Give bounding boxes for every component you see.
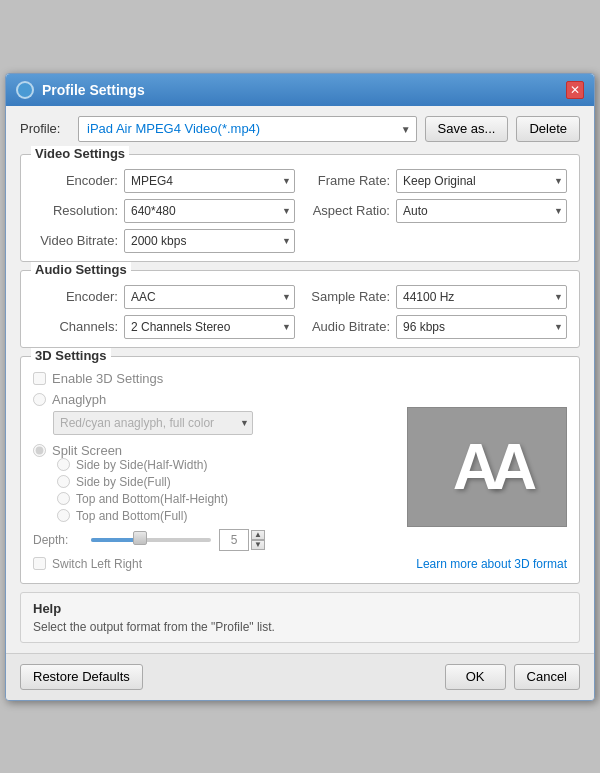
side-by-side-full-label[interactable]: Side by Side(Full) — [76, 475, 171, 489]
video-bitrate-select[interactable]: 2000 kbps — [124, 229, 295, 253]
sample-rate-label: Sample Rate: — [305, 289, 390, 304]
video-settings-grid: Encoder: MPEG4 ▼ Frame Rate: Keep Origin… — [33, 169, 567, 253]
footer: Restore Defaults OK Cancel — [6, 653, 594, 700]
encoder-select[interactable]: MPEG4 — [124, 169, 295, 193]
split-screen-radio[interactable] — [33, 444, 46, 457]
aspect-ratio-select-wrap: Auto ▼ — [396, 199, 567, 223]
side-by-side-full-radio[interactable] — [57, 475, 70, 488]
depth-spinner: ▲ ▼ — [251, 530, 265, 550]
video-bitrate-row: Video Bitrate: 2000 kbps ▼ — [33, 229, 295, 253]
3d-preview: AA — [407, 407, 567, 527]
audio-encoder-label: Encoder: — [33, 289, 118, 304]
resolution-row: Resolution: 640*480 ▼ — [33, 199, 295, 223]
title-bar: Profile Settings ✕ — [6, 74, 594, 106]
main-content: Profile: iPad Air MPEG4 Video(*.mp4) ▼ S… — [6, 106, 594, 653]
3d-preview-text: AA — [445, 430, 529, 504]
audio-settings-grid: Encoder: AAC ▼ Sample Rate: 44100 Hz — [33, 285, 567, 339]
channels-label: Channels: — [33, 319, 118, 334]
top-bottom-full-radio[interactable] — [57, 509, 70, 522]
enable-3d-label[interactable]: Enable 3D Settings — [52, 371, 163, 386]
help-title: Help — [33, 601, 567, 616]
encoder-row: Encoder: MPEG4 ▼ — [33, 169, 295, 193]
restore-defaults-button[interactable]: Restore Defaults — [20, 664, 143, 690]
split-screen-label[interactable]: Split Screen — [52, 443, 122, 458]
frame-rate-select-wrap: Keep Original ▼ — [396, 169, 567, 193]
top-bottom-half-label[interactable]: Top and Bottom(Half-Height) — [76, 492, 228, 506]
top-bottom-full-label[interactable]: Top and Bottom(Full) — [76, 509, 187, 523]
save-as-button[interactable]: Save as... — [425, 116, 509, 142]
video-bitrate-label: Video Bitrate: — [33, 233, 118, 248]
enable-3d-row: Enable 3D Settings — [33, 371, 567, 386]
video-bitrate-select-wrap: 2000 kbps ▼ — [124, 229, 295, 253]
delete-button[interactable]: Delete — [516, 116, 580, 142]
ok-button[interactable]: OK — [445, 664, 506, 690]
anaglyph-radio[interactable] — [33, 393, 46, 406]
audio-encoder-row: Encoder: AAC ▼ — [33, 285, 295, 309]
slider-fill — [91, 538, 139, 542]
switch-lr-checkbox[interactable] — [33, 557, 46, 570]
side-by-side-half-radio[interactable] — [57, 458, 70, 471]
audio-encoder-select[interactable]: AAC — [124, 285, 295, 309]
aspect-ratio-select[interactable]: Auto — [396, 199, 567, 223]
video-settings-section: Video Settings Encoder: MPEG4 ▼ Frame Ra… — [20, 154, 580, 262]
depth-slider[interactable] — [91, 532, 211, 548]
aspect-ratio-row: Aspect Ratio: Auto ▼ — [305, 199, 567, 223]
help-section: Help Select the output format from the "… — [20, 592, 580, 643]
switch-lr-label[interactable]: Switch Left Right — [52, 557, 142, 571]
aspect-ratio-label: Aspect Ratio: — [305, 203, 390, 218]
encoder-select-wrap: MPEG4 ▼ — [124, 169, 295, 193]
video-settings-title: Video Settings — [31, 146, 129, 161]
profile-settings-window: Profile Settings ✕ Profile: iPad Air MPE… — [5, 73, 595, 701]
app-icon — [16, 81, 34, 99]
resolution-select-wrap: 640*480 ▼ — [124, 199, 295, 223]
channels-select[interactable]: 2 Channels Stereo — [124, 315, 295, 339]
learn-more-link[interactable]: Learn more about 3D format — [416, 557, 567, 571]
3d-settings-title: 3D Settings — [31, 348, 111, 363]
audio-bitrate-label: Audio Bitrate: — [305, 319, 390, 334]
audio-settings-section: Audio Settings Encoder: AAC ▼ Sample Rat… — [20, 270, 580, 348]
audio-bitrate-select[interactable]: 96 kbps — [396, 315, 567, 339]
profile-row: Profile: iPad Air MPEG4 Video(*.mp4) ▼ S… — [20, 116, 580, 142]
cancel-button[interactable]: Cancel — [514, 664, 580, 690]
slider-track — [91, 538, 211, 542]
footer-right: OK Cancel — [445, 664, 580, 690]
enable-3d-checkbox[interactable] — [33, 372, 46, 385]
sample-rate-select-wrap: 44100 Hz ▼ — [396, 285, 567, 309]
close-button[interactable]: ✕ — [566, 81, 584, 99]
sample-rate-row: Sample Rate: 44100 Hz ▼ — [305, 285, 567, 309]
audio-encoder-select-wrap: AAC ▼ — [124, 285, 295, 309]
3d-settings-section: 3D Settings AA Enable 3D Settings Anagly… — [20, 356, 580, 584]
channels-select-wrap: 2 Channels Stereo ▼ — [124, 315, 295, 339]
anaglyph-radio-row: Anaglyph — [33, 392, 567, 407]
channels-row: Channels: 2 Channels Stereo ▼ — [33, 315, 295, 339]
resolution-label: Resolution: — [33, 203, 118, 218]
window-title: Profile Settings — [42, 82, 558, 98]
profile-select-wrap: iPad Air MPEG4 Video(*.mp4) ▼ — [78, 116, 417, 142]
depth-value: 5 — [219, 529, 249, 551]
top-bottom-half-radio[interactable] — [57, 492, 70, 505]
anaglyph-select[interactable]: Red/cyan anaglyph, full color — [53, 411, 253, 435]
sample-rate-select[interactable]: 44100 Hz — [396, 285, 567, 309]
profile-select[interactable]: iPad Air MPEG4 Video(*.mp4) — [78, 116, 417, 142]
frame-rate-row: Frame Rate: Keep Original ▼ — [305, 169, 567, 193]
help-text: Select the output format from the "Profi… — [33, 620, 567, 634]
frame-rate-label: Frame Rate: — [305, 173, 390, 188]
side-by-side-half-label[interactable]: Side by Side(Half-Width) — [76, 458, 207, 472]
anaglyph-label[interactable]: Anaglyph — [52, 392, 106, 407]
depth-decrement-button[interactable]: ▼ — [251, 540, 265, 550]
frame-rate-select[interactable]: Keep Original — [396, 169, 567, 193]
resolution-select[interactable]: 640*480 — [124, 199, 295, 223]
encoder-label: Encoder: — [33, 173, 118, 188]
depth-label: Depth: — [33, 533, 83, 547]
audio-bitrate-row: Audio Bitrate: 96 kbps ▼ — [305, 315, 567, 339]
depth-value-box: 5 ▲ ▼ — [219, 529, 265, 551]
depth-row: Depth: 5 ▲ ▼ — [33, 529, 567, 551]
profile-label: Profile: — [20, 121, 70, 136]
slider-thumb[interactable] — [133, 531, 147, 545]
audio-settings-title: Audio Settings — [31, 262, 131, 277]
depth-increment-button[interactable]: ▲ — [251, 530, 265, 540]
audio-bitrate-select-wrap: 96 kbps ▼ — [396, 315, 567, 339]
anaglyph-select-wrap: Red/cyan anaglyph, full color ▼ — [53, 411, 253, 435]
